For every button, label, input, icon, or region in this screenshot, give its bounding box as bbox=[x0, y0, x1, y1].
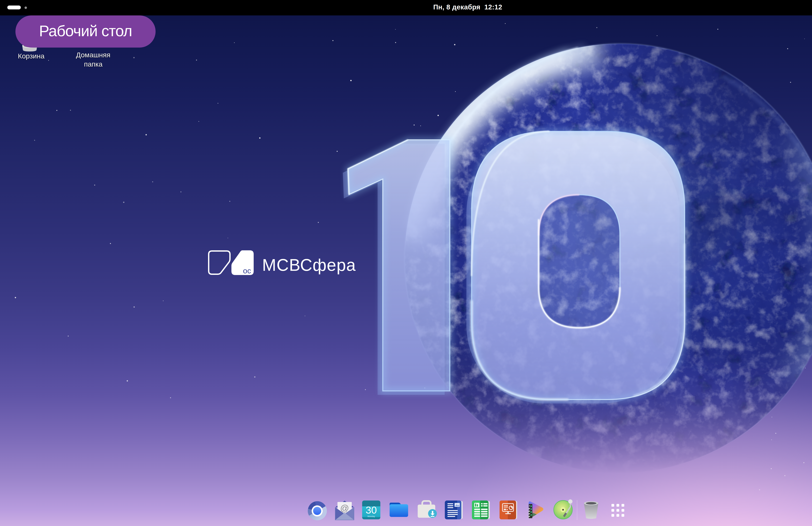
svg-text:30: 30 bbox=[366, 505, 377, 516]
svg-text:ос: ос bbox=[243, 266, 251, 275]
svg-text:Monday: Monday bbox=[367, 515, 375, 517]
svg-text:@: @ bbox=[340, 503, 349, 513]
